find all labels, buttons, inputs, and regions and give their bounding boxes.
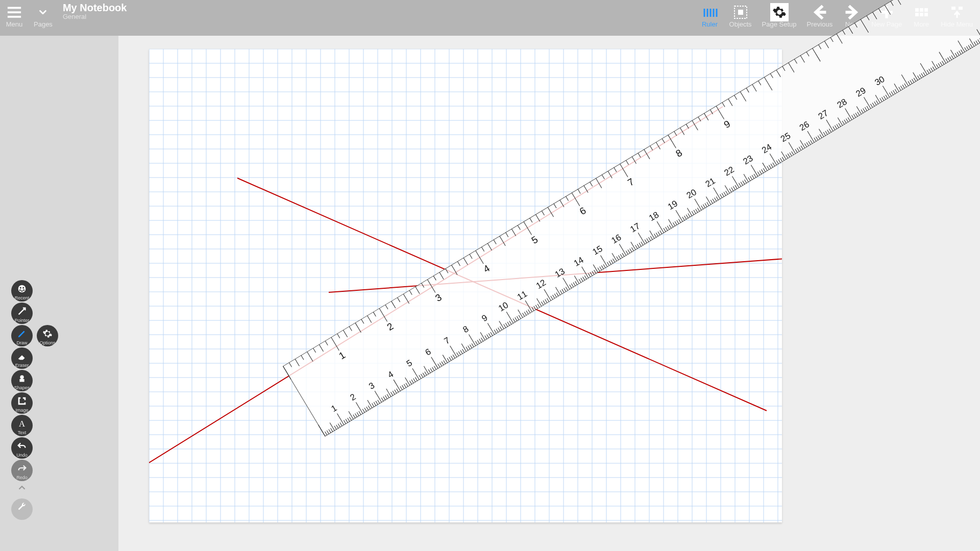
svg-line-107 bbox=[329, 257, 782, 292]
more-label: More bbox=[914, 20, 929, 28]
image-tool[interactable]: Image bbox=[11, 392, 33, 414]
more-button[interactable]: More bbox=[907, 0, 936, 28]
pages-label: Pages bbox=[34, 20, 53, 28]
svg-rect-24 bbox=[19, 379, 24, 382]
redo-tool[interactable]: Redo bbox=[11, 460, 33, 481]
tool-palette: Recent Pointer Draw Options Eraser Shape… bbox=[11, 280, 58, 520]
svg-point-21 bbox=[23, 289, 24, 291]
grid bbox=[149, 49, 782, 522]
svg-point-20 bbox=[19, 289, 21, 291]
undo-tool[interactable]: Undo bbox=[11, 437, 33, 459]
page[interactable] bbox=[149, 49, 782, 522]
menu-label: Menu bbox=[6, 20, 23, 28]
collapse-icon bbox=[948, 3, 966, 21]
gear-icon bbox=[770, 3, 789, 21]
topbar-left: Menu Pages My Notebook General bbox=[0, 0, 127, 36]
ruler-label: Ruler bbox=[702, 20, 718, 28]
previous-button[interactable]: Previous bbox=[802, 0, 838, 28]
svg-rect-12 bbox=[915, 13, 919, 16]
new-page-label: New Page bbox=[871, 20, 902, 28]
svg-line-106 bbox=[237, 178, 767, 411]
svg-point-22 bbox=[21, 290, 23, 292]
svg-rect-11 bbox=[924, 8, 928, 12]
shapes-label: Shapes bbox=[11, 385, 33, 390]
arrow-right-icon bbox=[843, 3, 861, 21]
title-block: My Notebook General bbox=[63, 0, 127, 20]
undo-label: Undo bbox=[11, 453, 33, 458]
objects-button[interactable]: Objects bbox=[724, 0, 757, 28]
canvas-area[interactable] bbox=[118, 36, 980, 551]
shapes-tool[interactable]: Shapes bbox=[11, 370, 33, 391]
menu-button[interactable]: Menu bbox=[0, 0, 29, 28]
ruler-icon bbox=[701, 3, 719, 21]
redo-label: Redo bbox=[11, 475, 33, 480]
next-label: Next bbox=[845, 20, 859, 28]
notebook-subtitle: General bbox=[63, 13, 127, 20]
draw-tool[interactable]: Draw bbox=[11, 325, 33, 346]
chevron-down-icon bbox=[34, 3, 52, 21]
palette-expand[interactable] bbox=[11, 485, 33, 494]
svg-point-19 bbox=[22, 287, 24, 289]
svg-text:A: A bbox=[19, 419, 25, 429]
next-button[interactable]: Next bbox=[838, 0, 866, 28]
settings-tool[interactable] bbox=[11, 498, 33, 520]
svg-rect-9 bbox=[915, 8, 919, 12]
svg-rect-13 bbox=[920, 13, 923, 16]
page-setup-button[interactable]: Page Setup bbox=[757, 0, 802, 28]
previous-label: Previous bbox=[807, 20, 833, 28]
new-page-button[interactable]: New Page bbox=[866, 0, 907, 28]
grid-icon bbox=[912, 3, 930, 21]
objects-label: Objects bbox=[729, 20, 752, 28]
svg-rect-16 bbox=[959, 7, 963, 10]
top-toolbar: Menu Pages My Notebook General bbox=[0, 0, 980, 36]
svg-rect-10 bbox=[920, 8, 923, 12]
objects-icon bbox=[731, 3, 750, 21]
svg-point-18 bbox=[20, 287, 21, 289]
svg-rect-15 bbox=[951, 7, 955, 10]
notebook-title: My Notebook bbox=[63, 2, 127, 14]
topbar-right: Ruler Objects Page Setup Previou bbox=[696, 0, 980, 36]
svg-rect-6 bbox=[738, 10, 743, 15]
hamburger-icon bbox=[5, 3, 23, 21]
eraser-tool[interactable]: Eraser bbox=[11, 347, 33, 369]
text-label: Text bbox=[11, 430, 33, 435]
hide-menu-label: Hide Menu bbox=[941, 20, 973, 28]
arrow-left-icon bbox=[811, 3, 829, 21]
eraser-label: Eraser bbox=[11, 363, 33, 368]
pages-button[interactable]: Pages bbox=[29, 0, 58, 28]
recent-tool[interactable]: Recent bbox=[11, 280, 33, 302]
draw-options-tool[interactable]: Options bbox=[37, 325, 58, 346]
svg-rect-14 bbox=[924, 13, 928, 16]
image-label: Image bbox=[11, 408, 33, 413]
options-label: Options bbox=[37, 340, 58, 345]
pointer-tool[interactable]: Pointer bbox=[11, 303, 33, 324]
pointer-label: Pointer bbox=[11, 318, 33, 323]
plus-icon bbox=[877, 3, 896, 21]
hide-menu-button[interactable]: Hide Menu bbox=[936, 0, 978, 28]
svg-point-23 bbox=[20, 375, 23, 379]
ruler-button[interactable]: Ruler bbox=[696, 0, 724, 28]
recent-label: Recent bbox=[11, 295, 33, 300]
page-setup-label: Page Setup bbox=[762, 20, 797, 28]
text-tool[interactable]: A Text bbox=[11, 415, 33, 436]
draw-label: Draw bbox=[11, 340, 33, 345]
